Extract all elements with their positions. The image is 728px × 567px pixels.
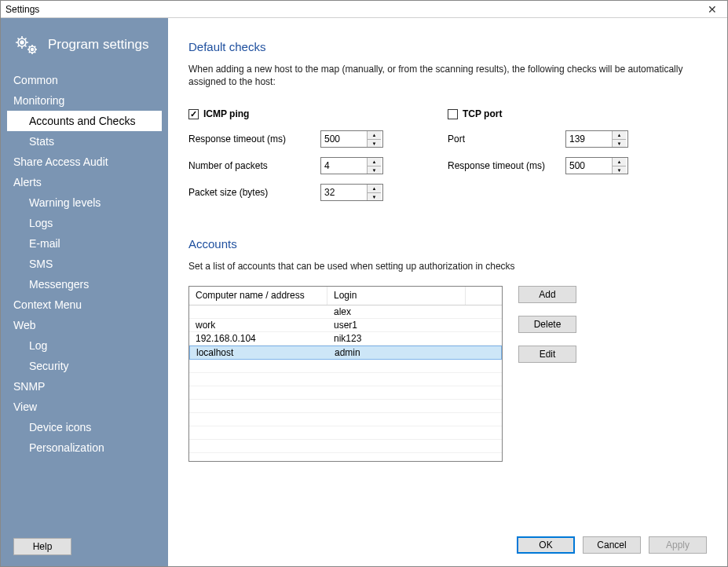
spinner-up-icon[interactable]: ▲ (368, 185, 381, 193)
icmp-header: ICMP ping (188, 108, 448, 119)
spinner-up-icon[interactable]: ▲ (368, 131, 381, 140)
table-row[interactable]: localhostadmin (189, 346, 502, 360)
table-row-empty (189, 386, 502, 400)
sidebar-nav: CommonMonitoringAccounts and ChecksStats… (7, 70, 162, 533)
column-login[interactable]: Login (327, 287, 466, 305)
icmp-packets-row: Number of packets ▲ ▼ (188, 157, 448, 174)
spinner-up-icon[interactable]: ▲ (613, 158, 626, 166)
window-title: Settings (4, 4, 39, 15)
tcp-port-input[interactable] (566, 131, 612, 147)
sidebar-item-logs[interactable]: Logs (7, 213, 162, 233)
sidebar-item-device-icons[interactable]: Device icons (7, 417, 162, 437)
checks-row: ICMP ping Response timeout (ms) ▲ ▼ Numb… (188, 108, 707, 210)
accounts-description: Set a list of accounts that can be used … (188, 260, 707, 273)
sidebar-item-web[interactable]: Web (7, 315, 162, 335)
tcp-response-timeout-input[interactable] (566, 158, 612, 174)
icmp-packets-input[interactable] (321, 158, 367, 174)
sidebar: Program settings CommonMonitoringAccount… (1, 18, 168, 566)
spinner-down-icon[interactable]: ▼ (368, 193, 381, 201)
icmp-response-timeout-row: Response timeout (ms) ▲ ▼ (188, 130, 448, 148)
accounts-section: Accounts Set a list of accounts that can… (188, 237, 707, 461)
edit-button[interactable]: Edit (518, 346, 576, 363)
help-button[interactable]: Help (13, 538, 71, 555)
cell-login: admin (328, 347, 466, 358)
cancel-button[interactable]: Cancel (583, 536, 641, 554)
cell-login: nik123 (327, 333, 466, 344)
cell-computer: localhost (190, 347, 328, 358)
tcp-port-spinner[interactable]: ▲ ▼ (565, 130, 628, 148)
spinner-down-icon[interactable]: ▼ (613, 166, 626, 174)
cell-login: user1 (327, 320, 466, 331)
svg-point-3 (31, 49, 34, 51)
titlebar: Settings ✕ (1, 1, 727, 18)
cell-computer: work (189, 320, 327, 331)
column-computer[interactable]: Computer name / address (189, 287, 327, 305)
icmp-packet-size-label: Packet size (bytes) (188, 187, 320, 198)
sidebar-item-accounts-and-checks[interactable]: Accounts and Checks (7, 111, 162, 131)
sidebar-item-security[interactable]: Security (7, 356, 162, 376)
table-row-empty (189, 360, 502, 373)
spinner-down-icon[interactable]: ▼ (368, 140, 381, 148)
spinner-down-icon[interactable]: ▼ (368, 166, 381, 174)
gears-icon (13, 34, 40, 56)
table-row[interactable]: workuser1 (189, 319, 502, 332)
tcp-label: TCP port (463, 108, 502, 119)
tcp-checkbox[interactable] (448, 109, 458, 119)
tcp-port-row: Port ▲ ▼ (448, 130, 707, 148)
main-layout: Program settings CommonMonitoringAccount… (1, 18, 727, 566)
icmp-packet-size-row: Packet size (bytes) ▲ ▼ (188, 184, 448, 201)
icmp-packet-size-spinner[interactable]: ▲ ▼ (320, 184, 383, 201)
content-pane: Default checks When adding a new host to… (168, 18, 727, 566)
icmp-packets-label: Number of packets (188, 160, 320, 171)
sidebar-item-monitoring[interactable]: Monitoring (7, 90, 162, 111)
table-row[interactable]: 192.168.0.104nik123 (189, 332, 502, 346)
svg-point-1 (20, 41, 24, 44)
table-row[interactable]: alex (189, 305, 502, 319)
icmp-response-timeout-label: Response timeout (ms) (188, 134, 320, 144)
accounts-title: Accounts (188, 237, 707, 251)
spinner-down-icon[interactable]: ▼ (613, 140, 626, 148)
tcp-response-timeout-spinner[interactable]: ▲ ▼ (565, 157, 628, 174)
tcp-column: TCP port Port ▲ ▼ Response timeout (ms) (448, 108, 707, 210)
accounts-layout: Computer name / address Login alexworkus… (188, 286, 707, 462)
sidebar-item-stats[interactable]: Stats (7, 131, 162, 152)
sidebar-item-sms[interactable]: SMS (7, 254, 162, 274)
sidebar-item-messengers[interactable]: Messengers (7, 274, 162, 294)
accounts-grid[interactable]: Computer name / address Login alexworkus… (188, 286, 503, 462)
ok-button[interactable]: OK (517, 536, 575, 554)
icmp-packets-spinner[interactable]: ▲ ▼ (320, 157, 383, 174)
grid-header: Computer name / address Login (189, 287, 502, 305)
sidebar-item-view[interactable]: View (7, 397, 162, 417)
add-button[interactable]: Add (518, 286, 576, 303)
default-checks-description: When adding a new host to the map (manua… (188, 63, 707, 88)
sidebar-item-e-mail[interactable]: E-mail (7, 233, 162, 254)
sidebar-item-common[interactable]: Common (7, 70, 162, 90)
icmp-response-timeout-input[interactable] (321, 131, 367, 147)
sidebar-item-warning-levels[interactable]: Warning levels (7, 192, 162, 213)
icmp-label: ICMP ping (203, 108, 249, 119)
close-icon[interactable]: ✕ (701, 3, 724, 16)
tcp-port-label: Port (448, 134, 565, 144)
sidebar-item-alerts[interactable]: Alerts (7, 172, 162, 192)
icmp-checkbox[interactable] (188, 109, 199, 119)
spinner-up-icon[interactable]: ▲ (368, 158, 381, 166)
apply-button[interactable]: Apply (649, 536, 707, 554)
tcp-response-timeout-label: Response timeout (ms) (448, 160, 565, 171)
sidebar-item-personalization[interactable]: Personalization (7, 437, 162, 458)
sidebar-item-context-menu[interactable]: Context Menu (7, 294, 162, 315)
sidebar-item-share-access-audit[interactable]: Share Access Audit (7, 152, 162, 172)
icmp-response-timeout-spinner[interactable]: ▲ ▼ (320, 130, 383, 148)
grid-body: alexworkuser1192.168.0.104nik123localhos… (189, 305, 502, 453)
tcp-header: TCP port (448, 108, 707, 119)
sidebar-item-snmp[interactable]: SNMP (7, 376, 162, 397)
spinner-up-icon[interactable]: ▲ (613, 131, 626, 140)
dialog-footer: OK Cancel Apply (517, 536, 707, 554)
table-row-empty (189, 440, 502, 453)
sidebar-item-log[interactable]: Log (7, 335, 162, 356)
icmp-packet-size-input[interactable] (321, 185, 367, 200)
table-row-empty (189, 373, 502, 386)
table-row-empty (189, 400, 502, 413)
cell-computer: 192.168.0.104 (189, 333, 327, 344)
delete-button[interactable]: Delete (518, 316, 576, 333)
icmp-column: ICMP ping Response timeout (ms) ▲ ▼ Numb… (188, 108, 448, 210)
